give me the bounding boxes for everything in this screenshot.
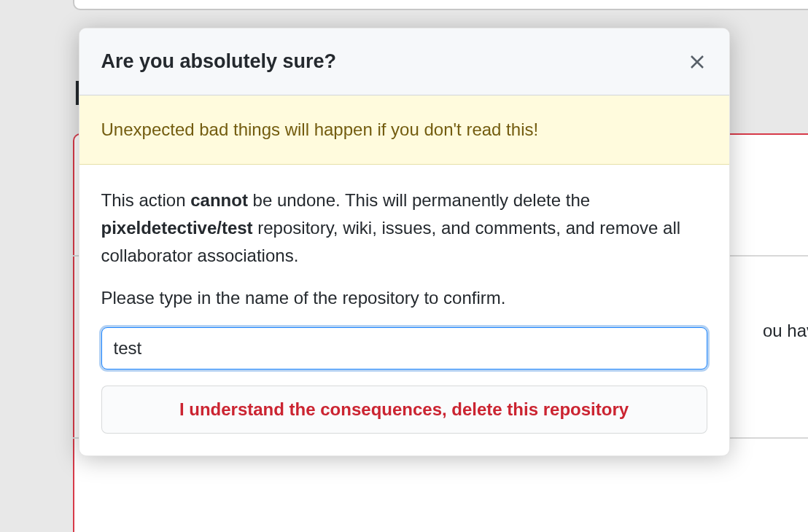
modal-warning-banner: Unexpected bad things will happen if you…: [79, 95, 729, 165]
modal-body: This action cannot be undone. This will …: [79, 165, 729, 455]
repo-name-input[interactable]: [101, 327, 707, 369]
modal-instruction: Please type in the name of the repositor…: [101, 285, 707, 311]
delete-repo-modal: Are you absolutely sure? Unexpected bad …: [79, 28, 730, 456]
modal-title: Are you absolutely sure?: [101, 50, 337, 73]
close-icon[interactable]: [687, 52, 707, 72]
delete-confirm-button[interactable]: I understand the consequences, delete th…: [101, 386, 707, 434]
modal-description: This action cannot be undone. This will …: [101, 187, 707, 270]
description-repo-name: pixeldetective/test: [101, 218, 253, 238]
modal-backdrop: Are you absolutely sure? Unexpected bad …: [0, 0, 808, 532]
modal-warning-text: Unexpected bad things will happen if you…: [101, 117, 707, 142]
description-prefix: This action: [101, 190, 191, 210]
description-mid: be undone. This will permanently delete …: [248, 190, 590, 210]
modal-header: Are you absolutely sure?: [79, 28, 729, 95]
description-cannot: cannot: [190, 190, 248, 210]
